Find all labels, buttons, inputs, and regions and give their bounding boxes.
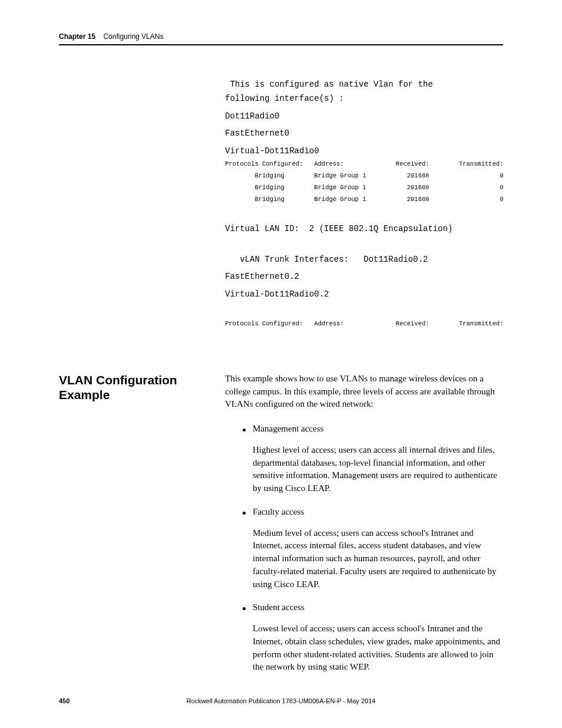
bullet-icon: [243, 429, 246, 431]
section-intro: This example shows how to use VLANs to m…: [225, 373, 503, 411]
cli-table-header: Protocols Configured: Address: Received:…: [225, 318, 503, 330]
page-footer: 450 Rockwell Automation Publication 1783…: [59, 697, 503, 704]
list-item: Student access Lowest level of access; u…: [243, 601, 503, 674]
cli-output-line: This is configured as native Vlan for th…: [225, 78, 503, 92]
bullet-icon: [243, 607, 246, 610]
heading-column: VLAN Configuration Example: [59, 373, 225, 684]
publication-info: Rockwell Automation Publication 1783-UM0…: [59, 697, 503, 704]
cli-table-header: Protocols Configured: Address: Received:…: [225, 159, 503, 170]
cli-interface: FastEthernet0: [225, 127, 503, 141]
section-heading: VLAN Configuration Example: [59, 373, 225, 402]
bullet-description: Lowest level of access; users can access…: [253, 622, 503, 674]
cli-interface: Virtual-Dot11Radio0: [225, 144, 503, 159]
bullet-label: Management access: [253, 423, 323, 436]
list-item: Faculty access Medium level of access; u…: [243, 506, 503, 591]
cli-trunk: vLAN Trunk Interfaces: Dot11Radio0.2: [225, 253, 503, 267]
bullet-label: Student access: [253, 601, 305, 614]
section-two-col: VLAN Configuration Example This example …: [59, 373, 503, 684]
bullet-list: Management access Highest level of acces…: [243, 423, 503, 674]
cli-interface: Virtual-Dot11Radio0.2: [225, 288, 503, 302]
page-header: Chapter 15 Configuring VLANs: [59, 32, 503, 45]
cli-interface: FastEthernet0.2: [225, 270, 503, 284]
chapter-title: Configuring VLANs: [103, 32, 163, 41]
bullet-description: Highest level of access; users can acces…: [253, 444, 503, 495]
cli-table-row: Bridging Bridge Group 1 201688 0: [225, 194, 503, 206]
cli-interface: Dot11Radio0: [225, 110, 503, 124]
cli-table-row: Bridging Bridge Group 1 201688 0: [225, 170, 503, 182]
list-item: Management access Highest level of acces…: [243, 423, 503, 495]
cli-output-line: following interface(s) :: [225, 92, 503, 106]
page-number: 450: [59, 697, 70, 704]
body-column: This example shows how to use VLANs to m…: [225, 373, 503, 684]
cli-table-row: Bridging Bridge Group 1 201688 0: [225, 182, 503, 194]
bullet-label: Faculty access: [253, 506, 304, 519]
bullet-icon: [243, 512, 246, 515]
bullet-description: Medium level of access; users can access…: [253, 527, 503, 591]
cli-vlan-id: Virtual LAN ID: 2 (IEEE 802.1Q Encapsula…: [225, 222, 503, 236]
chapter-label: Chapter 15: [59, 32, 95, 41]
